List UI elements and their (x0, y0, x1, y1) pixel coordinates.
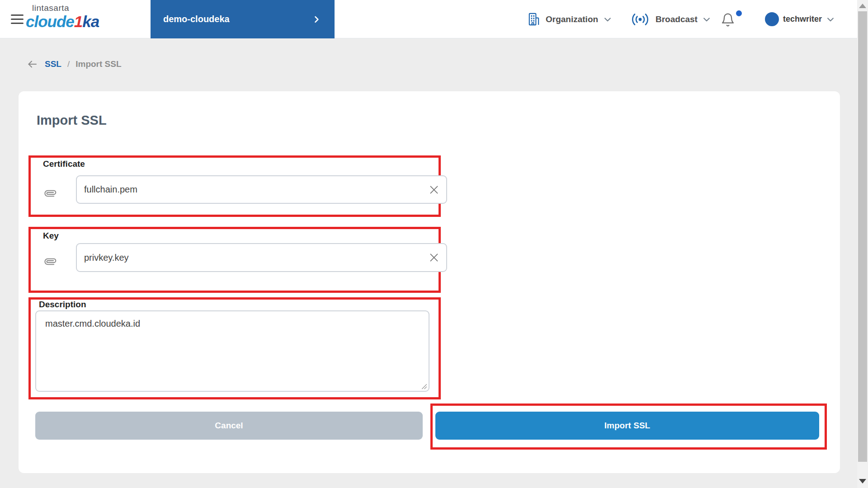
user-menu[interactable]: techwriter (765, 0, 835, 38)
chevron-down-icon (603, 15, 612, 24)
breadcrumb: SSL / Import SSL (25, 59, 122, 70)
top-navbar: lintasarta cloude1ka demo-cloudeka (0, 0, 868, 38)
user-name: techwriter (783, 14, 822, 24)
description-label: Description (39, 300, 86, 310)
app-screen: lintasarta cloude1ka demo-cloudeka (0, 0, 868, 488)
brand-logo-line2: cloude1ka (26, 14, 99, 29)
annotation-box-submit: Import SSL (430, 404, 827, 450)
vertical-scrollbar[interactable] (857, 0, 868, 488)
page-title: Import SSL (37, 113, 107, 128)
back-arrow-icon[interactable] (25, 59, 39, 70)
breadcrumb-separator: / (67, 59, 70, 69)
broadcast-label: Broadcast (656, 14, 698, 24)
bell-icon (721, 12, 735, 28)
chevron-down-icon (826, 15, 835, 24)
resize-handle-icon[interactable] (421, 383, 427, 389)
organization-menu[interactable]: Organization (527, 0, 612, 38)
import-ssl-card: Import SSL Certificate Key (19, 91, 840, 473)
notifications-button[interactable] (721, 0, 741, 38)
hamburger-menu-icon[interactable] (11, 14, 24, 24)
description-textarea[interactable]: master.cmd.cloudeka.id (35, 310, 429, 392)
paperclip-icon[interactable] (45, 186, 56, 201)
avatar (765, 12, 779, 26)
organization-building-icon (527, 12, 541, 26)
cancel-button[interactable]: Cancel (35, 412, 423, 440)
annotation-box-key: Key (28, 227, 441, 293)
import-ssl-button[interactable]: Import SSL (435, 412, 819, 440)
broadcast-menu[interactable]: Broadcast (629, 0, 711, 38)
chevron-down-icon (702, 15, 711, 24)
project-banner[interactable]: demo-cloudeka (151, 0, 335, 38)
clear-key-icon[interactable] (428, 252, 440, 263)
paperclip-icon[interactable] (45, 254, 56, 269)
scrollbar-thumb[interactable] (858, 11, 867, 462)
key-label: Key (43, 231, 59, 241)
brand-logo: lintasarta cloude1ka (26, 4, 99, 29)
scrollbar-up-icon[interactable] (859, 4, 866, 8)
organization-label: Organization (546, 14, 598, 24)
chevron-right-icon (312, 15, 321, 24)
key-file-input[interactable] (76, 243, 447, 272)
scrollbar-down-icon[interactable] (859, 479, 866, 483)
certificate-file-input[interactable] (76, 175, 447, 204)
annotation-box-description: Description master.cmd.cloudeka.id (28, 297, 441, 399)
notification-dot (736, 10, 742, 16)
brand-logo-line1: lintasarta (32, 4, 99, 12)
clear-certificate-icon[interactable] (428, 184, 440, 196)
breadcrumb-link-ssl[interactable]: SSL (45, 59, 61, 69)
annotation-box-certificate: Certificate (28, 155, 441, 217)
project-banner-label: demo-cloudeka (163, 14, 230, 24)
certificate-label: Certificate (43, 159, 85, 169)
broadcast-icon (629, 12, 651, 27)
breadcrumb-current: Import SSL (75, 59, 121, 69)
